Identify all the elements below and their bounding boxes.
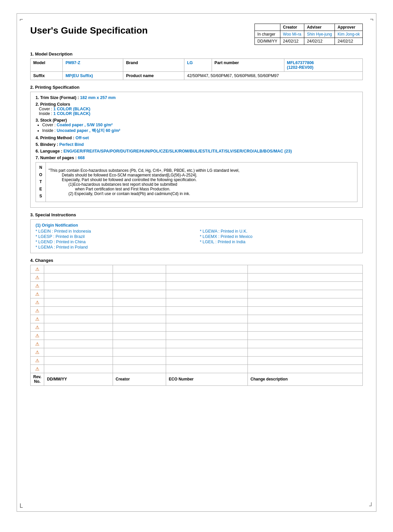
change-desc-7: [247, 315, 362, 323]
notes-label: N O T E S: [36, 162, 46, 202]
pages-val: 668: [78, 156, 85, 160]
special-item-3-right: * LGEIL : Printed in India: [200, 240, 358, 244]
section-printing-spec: 2. Printing Specification: [30, 85, 363, 90]
notes-line3: Especially, Part should be followed and …: [62, 177, 354, 182]
change-desc-8: [247, 323, 362, 331]
special-item-4-right: [200, 245, 358, 250]
table-row: ⚠: [31, 365, 363, 373]
table-row: ⚠: [31, 290, 363, 298]
notes-line1: "This part contain Eco-hazardous substan…: [49, 168, 354, 173]
change-desc-13: [247, 365, 362, 373]
change-desc-10: [247, 340, 362, 348]
spec-item-trim: 1. Trim Size (Format) : 182 mm x 257 mm: [36, 95, 357, 100]
stock-label: 3. Stock (Paper): [36, 118, 67, 123]
special-title: (1) Origin Notification: [36, 223, 357, 228]
corner-mark-br: ┘: [369, 503, 373, 509]
table-row: ⚠: [31, 340, 363, 348]
spec-item-colors: 2. Printing Colors Cover : 1 COLOR (BLAC…: [36, 102, 357, 116]
language-label: 6. Language :: [36, 149, 62, 154]
change-date-11: [44, 348, 113, 356]
change-date-13: [44, 365, 113, 373]
spec-item-bindery: 5. Bindery : Perfect Bind: [36, 142, 357, 147]
change-creator-3: [113, 281, 166, 290]
suffix-header: Suffix: [33, 73, 45, 78]
spec-item-pages: 7. Number of pages : 668: [36, 156, 357, 160]
stock-inside-item: Inside : Uncoated paper , 백상지 60 g/m²: [42, 128, 357, 134]
change-desc-12: [247, 356, 362, 365]
section-special-instructions: 3. Special Instructions: [30, 212, 363, 217]
table-row: ⚠: [31, 306, 363, 315]
stock-cover-val: Coated paper , S/W 150 g/m²: [57, 123, 113, 127]
bindery-label: 5. Bindery :: [36, 142, 58, 147]
change-creator-8: [113, 323, 166, 331]
table-row: ⚠: [31, 323, 363, 331]
language-val: ENG/GER/FRE/ITA/SPA/POR/DUT/GRE/HUN/POL/…: [63, 149, 292, 154]
change-icon-3: ⚠: [31, 281, 44, 290]
change-icon-9: ⚠: [31, 331, 44, 340]
footer-creator-label: Creator: [113, 373, 166, 385]
part-num-header: Part number: [215, 60, 239, 65]
change-eco-7: [166, 315, 248, 323]
change-icon-2: ⚠: [31, 273, 44, 281]
model-table: Model PM97-Z Brand LG Part number MFL673…: [30, 58, 363, 80]
change-icon-1: ⚠: [31, 265, 44, 273]
special-item-1-right: * LGEWA : Printed in U.K.: [200, 229, 358, 234]
change-creator-4: [113, 290, 166, 298]
change-eco-3: [166, 281, 248, 290]
bindery-val: Perfect Bind: [59, 142, 84, 147]
table-row: ⚠: [31, 281, 363, 290]
change-icon-7: ⚠: [31, 315, 44, 323]
change-icon-5: ⚠: [31, 298, 44, 306]
change-eco-6: [166, 306, 248, 315]
change-icon-13: ⚠: [31, 365, 44, 373]
change-icon-4: ⚠: [31, 290, 44, 298]
special-item-2-right: * LGEMX : Printed in Mexico: [200, 234, 358, 239]
notes-table: N O T E S "This part contain Eco-hazardo…: [36, 162, 357, 202]
change-icon-11: ⚠: [31, 348, 44, 356]
footer-eco-label: ECO Number: [166, 373, 248, 385]
change-desc-5: [247, 298, 362, 306]
stock-inside-val: Uncoated paper , 백상지 60 g/m²: [57, 128, 120, 133]
approval-creator-header: Creator: [283, 25, 297, 30]
trim-label: 1. Trim Size (Format) :: [36, 95, 79, 100]
change-eco-9: [166, 331, 248, 340]
change-creator-1: [113, 265, 166, 273]
change-creator-12: [113, 356, 166, 365]
change-creator-13: [113, 365, 166, 373]
notes-line5: when Part certification test and First M…: [75, 187, 354, 191]
change-icon-6: ⚠: [31, 306, 44, 315]
notes-content: "This part contain Eco-hazardous substan…: [46, 162, 357, 202]
cover-color-label: Cover :: [39, 107, 52, 111]
inside-color-val: 1 COLOR (BLACK): [53, 111, 90, 116]
product-name-header: Product name: [126, 73, 153, 78]
corner-mark-tr: ¬: [370, 16, 373, 22]
cover-color-val: 1 COLOR (BLACK): [53, 107, 90, 111]
change-date-7: [44, 315, 113, 323]
change-eco-12: [166, 356, 248, 365]
change-desc-9: [247, 331, 362, 340]
change-creator-11: [113, 348, 166, 356]
change-date-8: [44, 323, 113, 331]
change-creator-10: [113, 340, 166, 348]
change-date-10: [44, 340, 113, 348]
change-icon-10: ⚠: [31, 340, 44, 348]
changes-footer-row: Rev. No. DD/MM/YY Creator ECO Number Cha…: [31, 373, 363, 385]
part-num-val: MFL67377806 (1202-REV00): [284, 59, 363, 72]
approval-approver-date: 24/02/12: [335, 38, 363, 45]
change-date-1: [44, 265, 113, 273]
change-desc-2: [247, 273, 362, 281]
page-title: User's Guide Specification: [30, 24, 248, 36]
change-creator-9: [113, 331, 166, 340]
change-eco-8: [166, 323, 248, 331]
changes-table: ⚠ ⚠ ⚠ ⚠ ⚠: [30, 265, 363, 386]
change-icon-12: ⚠: [31, 356, 44, 365]
table-row: ⚠: [31, 331, 363, 340]
approval-creator-val: Woo Mi-ra: [280, 31, 304, 38]
change-date-4: [44, 290, 113, 298]
notes-line2: Details should be followed Eco-SCM manag…: [62, 173, 354, 177]
change-eco-5: [166, 298, 248, 306]
brand-header: Brand: [126, 60, 138, 65]
notes-line4: (1)Eco-hazardous substances test report …: [68, 182, 354, 187]
section-model-desc: 1. Model Description: [30, 52, 363, 56]
approval-creator-date: 24/02/12: [280, 38, 304, 45]
